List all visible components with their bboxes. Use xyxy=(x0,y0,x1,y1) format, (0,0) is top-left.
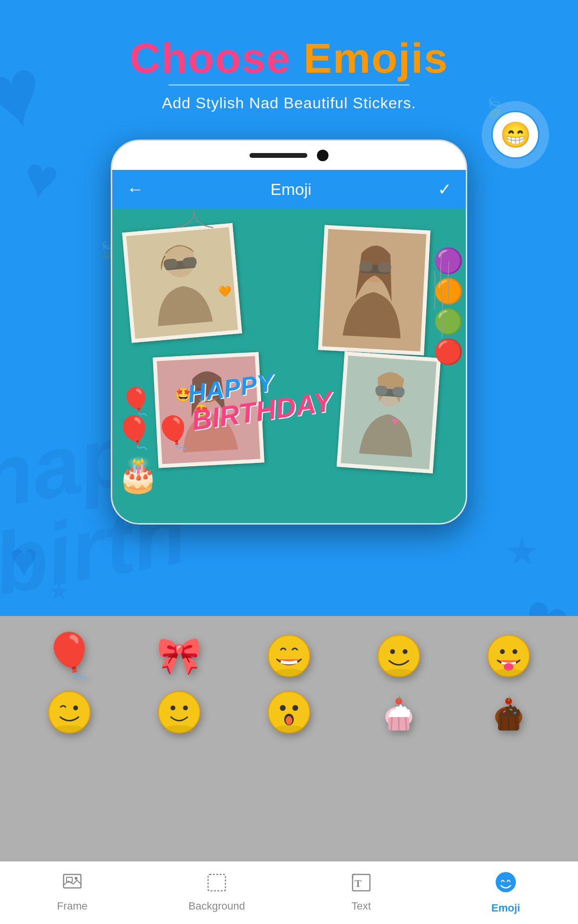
svg-text:T: T xyxy=(355,877,362,889)
svg-point-40 xyxy=(275,725,303,733)
balloon-left: 🎈🎈 xyxy=(115,414,193,451)
text-label: Text xyxy=(352,900,371,912)
emoji-nav-icon xyxy=(495,871,517,898)
text-icon: T xyxy=(352,873,371,896)
emoji-grid: 🎈 🎀 xyxy=(0,616,578,748)
svg-text:♥: ♥ xyxy=(391,414,400,429)
svg-point-39 xyxy=(286,716,292,725)
bottom-navigation: Frame Background T Text xyxy=(0,861,578,924)
svg-point-33 xyxy=(183,706,188,710)
svg-point-36 xyxy=(280,705,286,711)
nav-item-emoji[interactable]: Emoji xyxy=(434,871,578,914)
sticker-3: 🧡 xyxy=(218,285,231,298)
svg-point-22 xyxy=(384,669,413,677)
check-button[interactable]: ✓ xyxy=(438,180,451,199)
title-emojis: Emojis xyxy=(303,34,448,82)
svg-point-32 xyxy=(171,706,175,710)
emoji-balloons[interactable]: 🎈 xyxy=(19,630,119,681)
emoji-pink-balloons[interactable]: 🎀 xyxy=(129,630,229,681)
nav-item-frame[interactable]: Frame xyxy=(0,873,144,912)
svg-rect-61 xyxy=(208,874,225,891)
svg-point-60 xyxy=(75,877,78,880)
svg-point-27 xyxy=(494,669,523,677)
frame-icon xyxy=(63,873,82,896)
header-title: Emoji xyxy=(270,180,311,199)
main-title: Choose Emojis xyxy=(130,37,448,79)
title-underline xyxy=(169,84,409,86)
photo-frame-topleft xyxy=(122,223,242,343)
svg-point-29 xyxy=(73,706,78,710)
balloon-strings xyxy=(427,247,456,343)
phone-notch xyxy=(250,150,328,161)
balloon-left-2: 🎈 xyxy=(119,386,153,417)
phone-speaker xyxy=(250,153,307,158)
svg-line-52 xyxy=(515,717,516,731)
emoji-wink[interactable] xyxy=(19,691,119,734)
svg-point-34 xyxy=(165,725,194,733)
emoji-happy[interactable] xyxy=(129,691,229,734)
emoji-grin2[interactable] xyxy=(459,630,559,681)
photo-frame-topright xyxy=(318,225,430,355)
svg-line-50 xyxy=(501,717,502,731)
svg-point-20 xyxy=(390,649,395,654)
svg-rect-3 xyxy=(183,257,197,268)
bottom-panel: 🎈 🎀 xyxy=(0,616,578,924)
emoji-circle-decoration: 😁 xyxy=(482,101,549,168)
svg-point-66 xyxy=(496,872,516,892)
phone-camera xyxy=(317,150,328,161)
photo-frame-bottomright: ♥ xyxy=(337,351,441,473)
svg-rect-7 xyxy=(378,262,392,273)
phone-mockup: ← Emoji ✓ xyxy=(111,140,467,525)
emoji-surprised[interactable] xyxy=(239,691,339,734)
collage-area: ♥ HAPPY BIRTHDAY 🎈🎈 🎈 🟣 🟠 🟢 � xyxy=(112,208,466,523)
back-button[interactable]: ← xyxy=(127,179,144,199)
svg-rect-14 xyxy=(375,385,388,396)
emoji-grinning[interactable] xyxy=(239,630,339,681)
app-header-bar: ← Emoji ✓ xyxy=(112,170,466,208)
emoji-circle-inner: 😁 xyxy=(491,111,539,159)
frame-label: Frame xyxy=(57,900,88,912)
emoji-cupcake1[interactable] xyxy=(349,691,449,734)
nav-item-text[interactable]: T Text xyxy=(289,873,434,912)
background-label: Background xyxy=(188,900,245,912)
svg-line-43 xyxy=(391,717,392,731)
cake-decoration: 🎂 xyxy=(117,455,159,494)
svg-point-25 xyxy=(512,649,517,654)
emoji-cupcake2[interactable] xyxy=(459,691,559,734)
svg-rect-15 xyxy=(393,387,405,397)
svg-rect-2 xyxy=(163,258,178,269)
emoji-smile[interactable] xyxy=(349,630,449,681)
svg-point-18 xyxy=(275,669,303,677)
subtitle: Add Stylish Nad Beautiful Stickers. xyxy=(162,94,416,112)
svg-point-21 xyxy=(403,649,407,654)
svg-point-37 xyxy=(292,705,298,711)
svg-point-30 xyxy=(55,725,84,733)
frame-hanger xyxy=(156,211,233,235)
background-icon xyxy=(207,873,226,896)
svg-line-45 xyxy=(406,717,407,731)
emoji-nav-label: Emoji xyxy=(491,902,520,914)
svg-point-24 xyxy=(500,649,505,654)
title-choose: Choose xyxy=(130,34,291,82)
svg-rect-6 xyxy=(359,261,373,272)
phone-outer: ← Emoji ✓ xyxy=(111,140,467,525)
nav-item-background[interactable]: Background xyxy=(144,873,289,912)
